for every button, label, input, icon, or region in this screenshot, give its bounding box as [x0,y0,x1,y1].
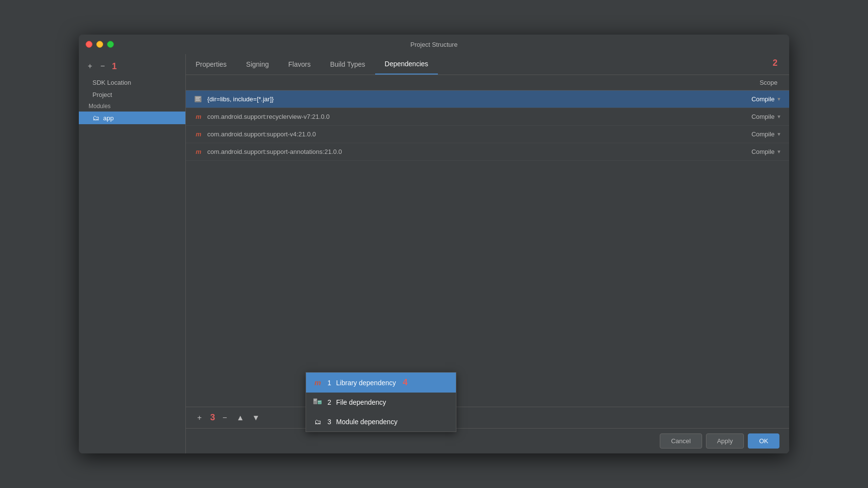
svg-rect-7 [318,400,322,404]
sidebar: + − 1 SDK Location Project Modules 🗂 app [79,54,186,453]
sidebar-item-project-label: Project [92,91,112,98]
ok-button[interactable]: OK [748,433,779,449]
annotation-4: 4 [403,377,408,388]
dependency-name: com.android.support:support-v4:21.0.0 [207,131,723,138]
annotation-2: 2 [773,58,778,68]
titlebar: Project Structure [79,35,789,54]
sidebar-item-sdk-location[interactable]: SDK Location [79,76,185,89]
annotation-1: 1 [110,61,117,72]
dropdown-arrow-icon: ▼ [777,149,781,154]
maven-icon: m [194,148,203,156]
svg-rect-8 [318,401,321,402]
dependency-name: com.android.support:support-annotations:… [207,148,723,155]
right-panel: Properties Signing Flavors Build Types D… [186,54,789,453]
library-dep-icon: m [313,378,323,388]
module-dep-number: 3 [327,418,331,426]
svg-rect-1 [196,97,200,98]
remove-item-button[interactable]: − [97,61,108,72]
sidebar-item-app-label: app [103,114,114,122]
tab-signing[interactable]: Signing [236,54,279,75]
tab-build-types[interactable]: Build Types [320,54,375,75]
module-dep-icon: 🗂 [313,417,323,427]
traffic-lights [86,41,114,48]
module-dep-label: Module dependency [336,418,398,426]
svg-rect-2 [196,98,199,99]
tab-dependencies[interactable]: Dependencies [375,54,438,75]
dropdown-arrow-icon: ▼ [777,96,781,102]
scope-dropdown[interactable]: Compile ▼ [723,131,781,138]
tabs-bar: Properties Signing Flavors Build Types D… [186,54,789,75]
file-dep-icon [313,397,323,407]
library-dep-number: 1 [327,379,331,387]
scope-dropdown[interactable]: Compile ▼ [723,95,781,103]
scope-value: Compile [751,131,775,138]
file-dep-number: 2 [327,398,331,406]
dependency-name: com.android.support:recyclerview-v7:21.0… [207,113,723,120]
svg-rect-5 [314,399,317,400]
file-icon [194,95,203,103]
bottom-toolbar: + 3 − ▲ ▼ [186,407,789,428]
library-dependency-item[interactable]: m 1 Library dependency 4 [306,373,456,393]
maven-icon: m [194,113,203,121]
window-title: Project Structure [411,41,458,48]
add-dependency-dropdown: m 1 Library dependency 4 [306,372,456,432]
library-dep-label: Library dependency [336,379,396,387]
file-dependency-item[interactable]: 2 File dependency [306,393,456,412]
scope-value: Compile [751,113,775,120]
table-row[interactable]: m com.android.support:recyclerview-v7:21… [186,108,789,126]
dropdown-arrow-icon: ▼ [777,131,781,137]
dropdown-arrow-icon: ▼ [777,114,781,119]
remove-dependency-button[interactable]: − [219,412,231,424]
close-button[interactable] [86,41,92,48]
table-row[interactable]: m com.android.support:support-v4:21.0.0 … [186,126,789,143]
svg-rect-6 [314,400,316,401]
maven-icon: m [194,131,203,138]
svg-rect-3 [196,100,200,101]
bottom-area: m 1 Library dependency 4 [186,407,789,453]
svg-rect-4 [313,398,317,404]
scope-value: Compile [751,148,775,155]
footer-buttons: Cancel Apply OK [660,433,781,449]
scope-value: Compile [751,95,775,103]
sidebar-item-sdk-location-label: SDK Location [92,79,131,86]
apply-button[interactable]: Apply [706,433,744,449]
modules-section-label: Modules [79,101,185,112]
app-folder-icon: 🗂 [92,114,99,122]
scope-column-header: Scope [760,79,781,86]
minimize-button[interactable] [96,41,103,48]
sidebar-item-project[interactable]: Project [79,89,185,101]
tab-flavors[interactable]: Flavors [279,54,321,75]
project-structure-window: Project Structure + − 1 SDK Location Pro… [79,35,789,453]
file-dep-label: File dependency [336,398,386,406]
scope-dropdown[interactable]: Compile ▼ [723,148,781,155]
cancel-button[interactable]: Cancel [660,433,702,449]
module-dependency-item[interactable]: 🗂 3 Module dependency [306,412,456,432]
table-row[interactable]: {dir=libs, include=[*.jar]} Compile ▼ [186,91,789,108]
add-dependency-button[interactable]: + [194,412,205,424]
sidebar-actions: + − 1 [79,58,185,76]
sidebar-item-app[interactable]: 🗂 app [79,112,185,124]
maximize-button[interactable] [107,41,114,48]
annotation-3: 3 [210,413,215,423]
move-down-button[interactable]: ▼ [250,412,262,424]
scope-dropdown[interactable]: Compile ▼ [723,113,781,120]
move-up-button[interactable]: ▲ [235,412,246,424]
add-item-button[interactable]: + [85,61,95,72]
dependencies-table: Scope {dir=libs, include=[*.jar]} [186,75,789,407]
table-row[interactable]: m com.android.support:support-annotation… [186,143,789,161]
main-content: + − 1 SDK Location Project Modules 🗂 app… [79,54,789,453]
dependency-name: {dir=libs, include=[*.jar]} [207,95,723,103]
footer-buttons-row: Cancel Apply OK [186,428,789,453]
tab-properties[interactable]: Properties [186,54,236,75]
table-header: Scope [186,75,789,91]
